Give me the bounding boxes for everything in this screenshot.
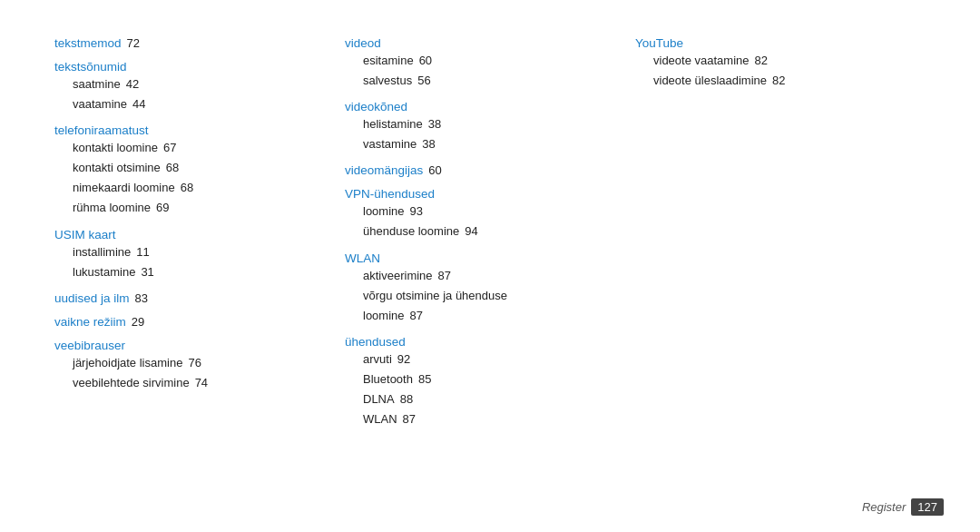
- sub-number: 93: [410, 202, 423, 222]
- entry-title: USIM kaart: [54, 228, 116, 241]
- sub-number: 76: [188, 353, 201, 373]
- sub-label: ühenduse loomine: [363, 222, 459, 241]
- index-entry: vaikne režiim29: [54, 315, 345, 330]
- sub-label: DLNA: [363, 389, 395, 409]
- sub-number: 74: [195, 373, 208, 393]
- sub-entry: videote vaatamine82: [653, 51, 926, 71]
- entry-header: videokõned: [345, 100, 635, 113]
- sub-entry: saatmine42: [73, 74, 345, 94]
- sub-number: 82: [755, 51, 768, 71]
- sub-label: Bluetooth: [363, 369, 413, 389]
- sub-number: 11: [136, 242, 149, 262]
- index-entry: ühendusedarvuti92Bluetooth85DLNA88WLAN87: [345, 335, 635, 429]
- entry-title: VPN-ühendused: [345, 187, 435, 201]
- index-entry: videomängijas60: [345, 163, 635, 178]
- column-3: YouTubevideote vaatamine82videote ülesla…: [635, 36, 926, 496]
- entry-header: videod: [345, 36, 635, 50]
- sub-entry: rühma loomine69: [73, 198, 345, 218]
- sub-number: 85: [418, 369, 431, 389]
- sub-entry: videote üleslaadimine82: [653, 71, 926, 91]
- entry-header: WLAN: [345, 251, 635, 265]
- sub-entries: loomine93ühenduse loomine94: [345, 202, 635, 241]
- index-entry: USIM kaartinstallimine11lukustamine31: [54, 228, 345, 282]
- entry-header: tekstmemod72: [54, 36, 345, 50]
- sub-number: 38: [422, 134, 435, 154]
- index-entry: tekstsõnumidsaatmine42vaatamine44: [54, 60, 345, 114]
- page-content: tekstmemod72tekstsõnumidsaatmine42vaatam…: [0, 0, 980, 532]
- sub-entry: nimekaardi loomine68: [73, 178, 345, 198]
- entry-number: 60: [428, 163, 441, 177]
- entry-title: telefoniraamatust: [54, 123, 149, 137]
- sub-entries: installimine11lukustamine31: [54, 242, 345, 282]
- footer-label: Register: [862, 500, 906, 514]
- sub-number: 87: [403, 409, 416, 429]
- sub-entry: Bluetooth85: [363, 369, 635, 389]
- sub-entry: DLNA88: [363, 389, 635, 409]
- sub-number: 69: [156, 198, 169, 218]
- entry-header: USIM kaart: [54, 228, 345, 241]
- sub-label: vastamine: [363, 134, 416, 154]
- sub-entry: võrgu otsimine ja ühenduse: [363, 286, 635, 306]
- sub-label: installimine: [73, 242, 131, 262]
- sub-entries: videote vaatamine82videote üleslaadimine…: [635, 51, 926, 91]
- sub-label: nimekaardi loomine: [73, 178, 175, 198]
- sub-label: vaatamine: [73, 94, 127, 114]
- sub-entry: helistamine38: [363, 114, 635, 134]
- sub-label: kontakti loomine: [73, 138, 158, 158]
- entry-header: YouTube: [635, 36, 926, 50]
- entry-title: WLAN: [345, 251, 380, 265]
- sub-label: videote vaatamine: [653, 51, 750, 71]
- sub-entry: vastamine38: [363, 134, 635, 154]
- sub-entries: aktiveerimine87võrgu otsimine ja ühendus…: [345, 266, 635, 326]
- sub-number: 88: [400, 389, 413, 409]
- sub-entry: arvuti92: [363, 350, 635, 369]
- sub-entries: järjehoidjate lisamine76veebilehtede sir…: [54, 353, 345, 393]
- entry-title: veebibrauser: [54, 339, 125, 352]
- sub-entry: ühenduse loomine94: [363, 222, 635, 241]
- sub-label: salvestus: [363, 71, 412, 91]
- entry-title: ühendused: [345, 335, 406, 349]
- sub-number: 38: [428, 114, 441, 134]
- index-entry: videokõnedhelistamine38vastamine38: [345, 100, 635, 154]
- sub-label: WLAN: [363, 409, 397, 429]
- sub-entry: veebilehtede sirvimine74: [73, 373, 345, 393]
- sub-entry: kontakti loomine67: [73, 138, 345, 158]
- entry-header: uudised ja ilm83: [54, 291, 345, 305]
- sub-number: 56: [417, 71, 430, 91]
- entry-title: YouTube: [635, 36, 683, 50]
- entry-title: videod: [345, 36, 381, 50]
- sub-entries: kontakti loomine67kontakti otsimine68nim…: [54, 138, 345, 218]
- entry-header: veebibrauser: [54, 339, 345, 352]
- sub-label: lukustamine: [73, 262, 135, 282]
- sub-label: veebilehtede sirvimine: [73, 373, 190, 393]
- sub-label: saatmine: [73, 74, 121, 94]
- sub-number: 67: [163, 138, 176, 158]
- sub-label: võrgu otsimine ja ühenduse: [363, 286, 507, 306]
- index-entry: WLANaktiveerimine87võrgu otsimine ja ühe…: [345, 251, 635, 326]
- sub-label: loomine: [363, 306, 405, 326]
- entry-header: vaikne režiim29: [54, 315, 345, 329]
- entry-header: telefoniraamatust: [54, 123, 345, 137]
- sub-entry: järjehoidjate lisamine76: [73, 353, 345, 373]
- sub-number: 87: [438, 266, 451, 286]
- entry-title: tekstmemod: [54, 36, 122, 50]
- sub-label: aktiveerimine: [363, 266, 433, 286]
- entry-header: tekstsõnumid: [54, 60, 345, 74]
- sub-entries: helistamine38vastamine38: [345, 114, 635, 154]
- sub-number: 44: [132, 94, 145, 114]
- sub-number: 87: [410, 306, 423, 326]
- entry-number: 72: [127, 36, 140, 50]
- sub-label: kontakti otsimine: [73, 158, 161, 178]
- sub-entries: arvuti92Bluetooth85DLNA88WLAN87: [345, 350, 635, 429]
- sub-number: 60: [419, 51, 432, 71]
- sub-label: loomine: [363, 202, 405, 222]
- index-entry: VPN-ühendusedloomine93ühenduse loomine94: [345, 187, 635, 241]
- sub-entry: loomine93: [363, 202, 635, 222]
- index-entry: tekstmemod72: [54, 36, 345, 51]
- entry-title: vaikne režiim: [54, 315, 126, 329]
- entry-number: 83: [135, 291, 148, 305]
- sub-entry: loomine87: [363, 306, 635, 326]
- sub-entry: WLAN87: [363, 409, 635, 429]
- index-entry: YouTubevideote vaatamine82videote ülesla…: [635, 36, 926, 91]
- sub-label: videote üleslaadimine: [653, 71, 767, 91]
